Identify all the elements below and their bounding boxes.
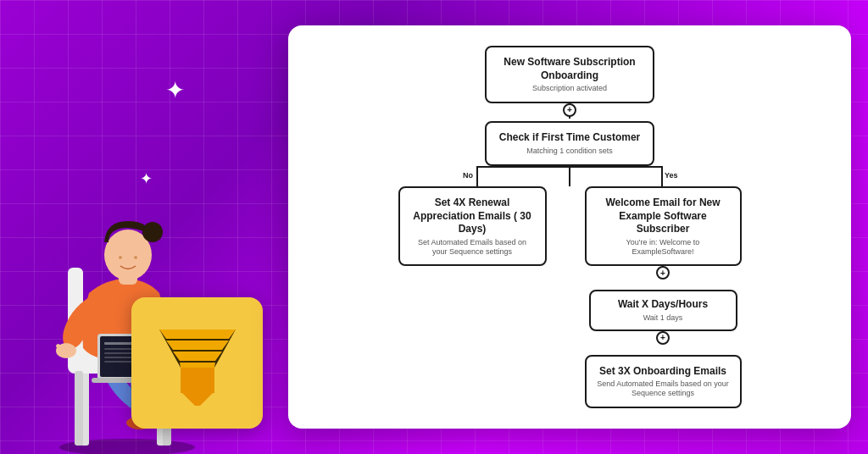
svg-point-12	[119, 256, 122, 259]
node-onboarding-title: New Software Subscription Onboarding	[498, 56, 641, 82]
node-onboarding-subtitle: Subscription activated	[498, 84, 641, 93]
node-wait-subtitle: Wait 1 days	[601, 313, 726, 323]
branch-no-label: No	[463, 171, 473, 180]
plus-badge-1[interactable]: +	[563, 103, 576, 117]
node-welcome-email[interactable]: Welcome Email for New Example Software S…	[585, 186, 742, 266]
branch-right: Welcome Email for New Example Software S…	[570, 186, 756, 408]
node-onboarding-trigger[interactable]: New Software Subscription Onboarding Sub…	[485, 46, 654, 103]
branch-left: Set 4X Renewal Appreciation Emails ( 30 …	[383, 186, 561, 266]
connector-2: +	[662, 266, 664, 290]
node-check-subtitle: Matching 1 condition sets	[498, 147, 641, 156]
node-onboarding-emails-subtitle: Send Automated Emails based on your Sequ…	[597, 379, 730, 398]
svg-rect-28	[181, 368, 214, 393]
svg-point-13	[134, 256, 137, 259]
branch-yes-label: Yes	[665, 171, 678, 180]
flowchart-container: New Software Subscription Onboarding Sub…	[312, 46, 827, 408]
connector-3: +	[662, 331, 664, 355]
node-wait-title: Wait X Days/Hours	[601, 298, 726, 312]
svg-marker-26	[173, 352, 222, 361]
node-onboarding-emails-title: Set 3X Onboarding Emails	[597, 365, 730, 379]
node-renewal-title: Set 4X Renewal Appreciation Emails ( 30 …	[410, 197, 535, 236]
svg-rect-5	[75, 371, 83, 446]
branch-nodes-row: Set 4X Renewal Appreciation Emails ( 30 …	[383, 186, 756, 408]
plus-badge-2[interactable]: +	[656, 266, 670, 280]
node-wait[interactable]: Wait X Days/Hours Wait 1 days	[589, 290, 737, 330]
flowchart-card: New Software Subscription Onboarding Sub…	[288, 25, 851, 429]
connector-1: +	[569, 103, 570, 121]
svg-point-11	[142, 222, 163, 242]
svg-marker-29	[181, 391, 214, 406]
svg-marker-25	[166, 340, 229, 350]
branch-split-area: No Yes	[383, 166, 756, 186]
svg-marker-27	[180, 363, 215, 368]
node-welcome-title: Welcome Email for New Example Software S…	[597, 197, 730, 236]
node-welcome-subtitle: You're in: Welcome to ExampleSoftware!	[597, 238, 730, 257]
plus-badge-3[interactable]: +	[656, 331, 670, 345]
funnel-illustration	[131, 297, 263, 429]
node-renewal-subtitle: Set Automated Emails based on your Seque…	[410, 238, 535, 257]
node-renewal-emails[interactable]: Set 4X Renewal Appreciation Emails ( 30 …	[398, 186, 547, 266]
node-check-title: Check if First Time Customer	[498, 131, 641, 145]
node-check-customer[interactable]: Check if First Time Customer Matching 1 …	[485, 121, 654, 165]
node-onboarding-emails[interactable]: Set 3X Onboarding Emails Send Automated …	[585, 355, 742, 408]
sparkle-icon-large: ✦	[165, 76, 185, 104]
svg-marker-24	[159, 329, 236, 339]
